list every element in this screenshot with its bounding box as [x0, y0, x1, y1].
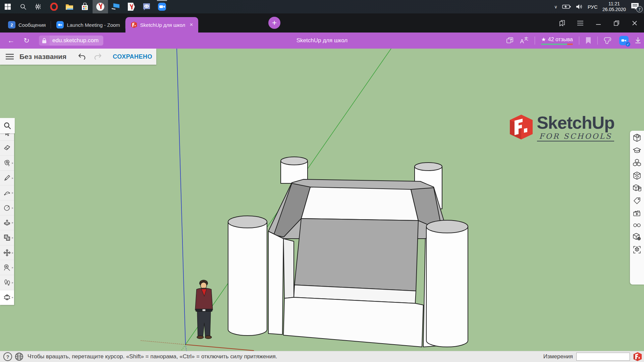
start-button[interactable]: [0, 0, 15, 13]
translate-kana-glyph: [524, 36, 529, 41]
tool-pencil[interactable]: ▸: [0, 171, 14, 186]
tool-palette: ▸ ▸ ▸ ▸: [0, 126, 14, 305]
taskbar-discord-button[interactable]: [139, 0, 154, 13]
unread-count-badge: 2: [8, 21, 15, 28]
logo-title: SketchUp: [537, 114, 614, 131]
downloads-icon[interactable]: [635, 37, 641, 44]
eraser-icon: [3, 144, 11, 152]
components-icon[interactable]: [633, 159, 641, 167]
tool-paint-bucket[interactable]: ▸: [0, 156, 14, 171]
save-status[interactable]: СОХРАНЕНО: [113, 53, 152, 60]
courtyard-floor: [294, 219, 418, 291]
yandex-icon: [127, 2, 135, 11]
scale-figure[interactable]: [195, 280, 213, 339]
task-view-button[interactable]: [31, 0, 46, 13]
reviews-count: 42 отзыва: [548, 37, 573, 43]
add-to-collection-icon[interactable]: [506, 37, 514, 45]
taskbar-yandex-browser-button[interactable]: [93, 0, 108, 13]
zoom-extension-badge[interactable]: ✓: [619, 36, 629, 45]
tool-eraser[interactable]: [0, 141, 14, 156]
tower-front-left: [228, 216, 267, 336]
bookmark-icon[interactable]: [585, 37, 591, 44]
redo-button[interactable]: [93, 53, 109, 60]
translate-icon[interactable]: A: [520, 36, 529, 45]
volume-icon[interactable]: [576, 4, 583, 10]
restore-button[interactable]: [610, 16, 623, 30]
taskbar-store-button[interactable]: [77, 0, 93, 13]
redo-icon: [93, 53, 102, 60]
flyout-arrow: ▸: [12, 221, 13, 224]
left-step-face: [283, 239, 294, 298]
restore-icon: [613, 20, 620, 26]
tool-orbit[interactable]: ▸: [0, 290, 14, 305]
tool-circle[interactable]: ▸: [0, 200, 14, 216]
sketchup-favicon: [131, 21, 137, 28]
window-controls: [555, 13, 641, 33]
browser-tabstrip: 2 Сообщения Launch Meeting - Zoom Sketch…: [0, 13, 644, 33]
pencil-icon: [3, 174, 11, 182]
battery-icon[interactable]: [562, 4, 571, 9]
rectangle-shapes-icon: [3, 234, 11, 242]
tool-tape-measure[interactable]: ▸: [0, 260, 14, 275]
desktop: SketchUp FOR SCHOOLS: [0, 0, 644, 362]
app-menu-button[interactable]: [0, 54, 19, 60]
scenes-icon[interactable]: [633, 209, 641, 218]
soften-edges-icon[interactable]: [633, 245, 641, 254]
instructor-icon[interactable]: [633, 146, 641, 155]
tab-zoom-meeting[interactable]: Launch Meeting - Zoom: [51, 17, 125, 33]
tab-close-button[interactable]: ×: [190, 21, 193, 28]
browser-address-bar: SketchUp для школ ← ↻ edu.sketchup.com A: [0, 33, 644, 49]
left-wall-front: [268, 231, 283, 335]
tags-icon[interactable]: [633, 196, 641, 205]
site-rating[interactable]: ★ 42 отзыва: [541, 36, 573, 45]
new-tab-button[interactable]: +: [268, 17, 280, 29]
taskbar-clock[interactable]: 11:21 26.05.2020: [602, 1, 626, 13]
url-field[interactable]: edu.sketchup.com: [50, 36, 103, 46]
tool-two-point-arc[interactable]: ▸: [0, 185, 14, 200]
site-security-badge[interactable]: [39, 36, 50, 46]
taskbar-opera-button[interactable]: [46, 0, 62, 13]
styles-icon[interactable]: [633, 184, 641, 192]
opera-icon: [50, 3, 58, 11]
tab-messages[interactable]: 2 Сообщения: [3, 17, 51, 33]
help-button[interactable]: ?: [3, 352, 12, 361]
hidden-icons-chevron[interactable]: ∨: [554, 4, 557, 9]
taskbar-search-button[interactable]: [15, 0, 31, 13]
back-button[interactable]: ←: [3, 37, 19, 45]
task-view-icon: [35, 3, 42, 10]
protect-icon[interactable]: [604, 37, 613, 45]
tool-move[interactable]: ▸: [0, 245, 14, 260]
taskbar-zoom-button[interactable]: [154, 0, 170, 13]
taskbar-computer-button[interactable]: [108, 0, 123, 13]
taskbar-explorer-button[interactable]: [62, 0, 77, 13]
minimize-button[interactable]: [592, 16, 605, 30]
microsoft-store-icon: [81, 3, 89, 11]
windows-taskbar: ∨ РУС 11:21 26.05.2020 7: [0, 0, 644, 13]
close-button[interactable]: [628, 16, 641, 30]
sketchup-for-schools-logo: SketchUp FOR SCHOOLS: [509, 114, 614, 141]
language-globe-button[interactable]: [15, 352, 23, 361]
materials-icon[interactable]: [633, 171, 641, 180]
action-center-button[interactable]: 7: [631, 2, 641, 11]
tool-push-pull[interactable]: ▸: [0, 216, 14, 231]
measurements-input[interactable]: [576, 353, 630, 361]
reload-button[interactable]: ↻: [19, 37, 34, 45]
sketchup-canvas[interactable]: SketchUp FOR SCHOOLS: [0, 49, 644, 351]
taskbar-yandex-button[interactable]: [123, 0, 139, 13]
model-info-icon[interactable]: i: [633, 233, 641, 241]
display-glasses-icon[interactable]: [633, 222, 641, 229]
bookmarks-icon: [558, 19, 566, 27]
tool-shapes[interactable]: ▸: [0, 230, 14, 245]
document-title[interactable]: Без названия: [19, 53, 66, 61]
language-indicator[interactable]: РУС: [588, 4, 598, 10]
bookmarks-panel-button[interactable]: [555, 16, 569, 30]
browser-menu-button[interactable]: [574, 16, 587, 30]
entity-info-icon[interactable]: [633, 133, 641, 142]
tool-walk[interactable]: ▸: [0, 275, 14, 290]
search-tool-button[interactable]: [0, 118, 15, 133]
castle-model[interactable]: [228, 157, 468, 347]
sketchup-app-icon: [633, 352, 642, 361]
undo-button[interactable]: [78, 53, 93, 60]
zoom-icon: [158, 2, 166, 11]
tab-sketchup[interactable]: SketchUp для школ ×: [125, 17, 198, 33]
